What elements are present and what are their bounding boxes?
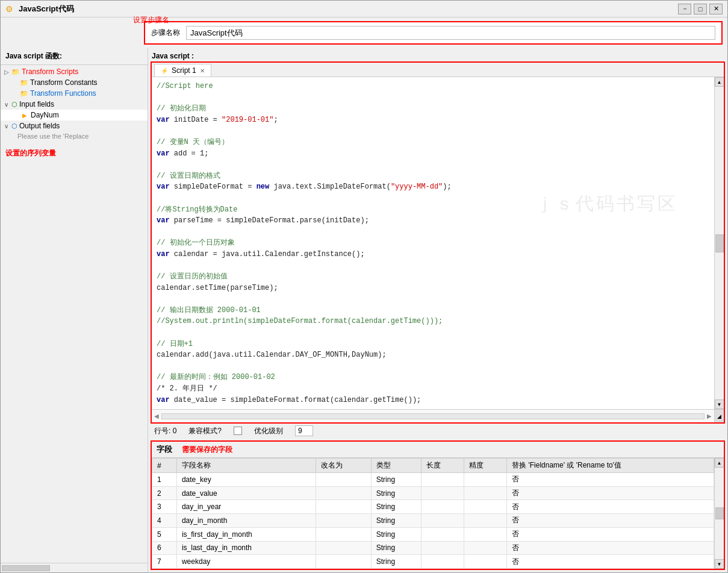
tree-item-input-fields[interactable]: ∨ ⬡ Input fields [1,99,148,110]
code-line: //将String转换为Date [157,204,709,216]
table-row[interactable]: 6is_last_day_in_monthString否 [152,541,714,555]
right-panel-header: Java script : [151,51,725,61]
maximize-button[interactable]: □ [694,4,707,14]
expand-icon-input: ∨ [4,101,11,108]
table-row[interactable]: 2date_valueString否 [152,486,714,500]
code-line: //Script here [157,81,709,92]
table-cell [316,527,372,541]
code-line [157,227,709,238]
table-scroll-thumb[interactable] [715,507,724,519]
table-cell: day_in_month [176,514,316,528]
code-line: // 设置日历的初始值 [157,271,709,283]
script-tab[interactable]: ⚡ Script 1 ✕ [154,64,211,77]
tree-item-label-constants: Transform Constants [30,78,98,87]
scroll-up-btn[interactable]: ▲ [715,77,724,87]
vert-scrollbar: ▲ ▼ [714,77,724,409]
code-line [157,125,709,137]
step-name-outside-label: 设置步骤名 [133,15,169,25]
tree-item-transform-functions[interactable]: 📁 Transform Functions [1,88,148,99]
code-line: calendar.add(java.util.Calendar.DAY_OF_M… [157,349,709,361]
tree-item-transform-scripts[interactable]: ▷ 📁 Transform Scripts [1,66,148,77]
table-cell: weekday [176,555,316,569]
code-line: var simpleDateFormat = new java.text.Sim… [157,181,709,193]
daynum-label: DayNum [31,111,59,119]
code-line: // 日期+1 [157,339,709,350]
code-line: // 变量N 天（编号） [157,137,709,148]
left-arrow[interactable]: ◀ [152,413,161,419]
code-line [157,92,709,104]
scroll-corner: ◢ [714,410,724,423]
tree-item-transform-constants[interactable]: 📁 Transform Constants [1,77,148,88]
table-cell [422,500,464,514]
code-line [157,260,709,272]
tab-close[interactable]: ✕ [200,67,205,74]
daynum-icon: ▶ [22,112,30,119]
table-cell: is_first_day_in_month [176,527,316,541]
table-cell [464,473,507,487]
minimize-button[interactable]: － [678,4,691,14]
fields-subtitle: 需要保存的字段 [182,445,232,455]
table-cell [316,555,372,569]
h-scroll-thumb[interactable] [2,565,50,571]
table-row[interactable]: 7weekdayString否 [152,555,714,569]
main-area: Java script 函数: ▷ 📁 Transform Scripts 📁 … [1,48,727,572]
table-cell: 否 [507,500,714,514]
table-cell [316,500,372,514]
code-line [157,327,709,339]
window-icon: ⚙ [5,4,15,14]
right-arrow[interactable]: ▶ [705,413,714,419]
table-cell: is_last_day_in_month [176,541,316,555]
code-line: // 初始化一个日历对象 [157,237,709,249]
close-button[interactable]: ✕ [709,4,723,14]
code-line [157,405,709,409]
table-cell [316,541,372,555]
table-cell: 4 [152,514,177,528]
tree-item-output-fields[interactable]: ∨ ⬡ Output fields [1,121,148,131]
folder-icon-functions: 📁 [20,90,28,98]
table-cell: 7 [152,555,177,569]
code-line: var parseTime = simpleDateFormat.parse(i… [157,215,709,227]
table-cell: day_in_year [176,500,316,514]
fields-table-area: # 字段名称 改名为 类型 长度 精度 替换 'Fieldname' 或 'Re… [152,458,724,569]
expand-icon-output: ∨ [4,123,11,130]
tree-item-daynum[interactable]: ▶ DayNum [1,110,148,121]
table-scroll-down[interactable]: ▼ [715,559,724,569]
scroll-down-btn[interactable]: ▼ [715,399,724,409]
code-line [157,361,709,372]
table-row[interactable]: 4day_in_monthString否 [152,514,714,528]
step-name-area: 设置步骤名 步骤名称 [1,17,727,48]
optim-input[interactable] [295,425,313,436]
table-cell [316,514,372,528]
script-icon: ⚡ [161,67,168,74]
tab-label: Script 1 [172,66,196,75]
optim-label: 优化级别 [254,426,283,436]
table-cell [422,514,464,528]
col-length: 长度 [422,459,464,473]
step-name-box: 步骤名称 [144,21,723,45]
bottom-h-scroll: ◀ ▶ ◢ [152,409,724,422]
table-row[interactable]: 1date_keyString否 [152,473,714,487]
scroll-thumb[interactable] [715,234,724,252]
table-row[interactable]: 5is_first_day_in_monthString否 [152,527,714,541]
table-cell [316,473,372,487]
table-cell: 否 [507,473,714,487]
h-scroll [1,563,148,572]
table-scrollbar: ▲ ▼ [714,458,724,569]
table-cell: String [371,514,422,528]
code-line: calendar.setTime(parseTime); [157,283,709,294]
table-row[interactable]: 3day_in_yearString否 [152,500,714,514]
col-name: 字段名称 [176,459,316,473]
code-with-scroll: ｊｓ代码书写区 //Script here // 初始化日期 var initD… [152,77,724,409]
tab-bar: ⚡ Script 1 ✕ [152,63,724,77]
variable-label: 设置的序列变量 [1,141,148,161]
col-num: # [152,459,177,473]
table-cell [464,527,507,541]
step-name-input[interactable] [186,26,715,40]
right-panel: Java script : ⚡ Script 1 ✕ ｊｓ代码书写区 [148,48,727,572]
code-line: /* 2. 年月日 */ [157,383,709,395]
table-cell [464,555,507,569]
table-cell: 否 [507,527,714,541]
compat-checkbox[interactable] [234,427,242,435]
code-area[interactable]: ｊｓ代码书写区 //Script here // 初始化日期 var initD… [152,77,714,409]
table-scroll-up[interactable]: ▲ [715,458,724,468]
